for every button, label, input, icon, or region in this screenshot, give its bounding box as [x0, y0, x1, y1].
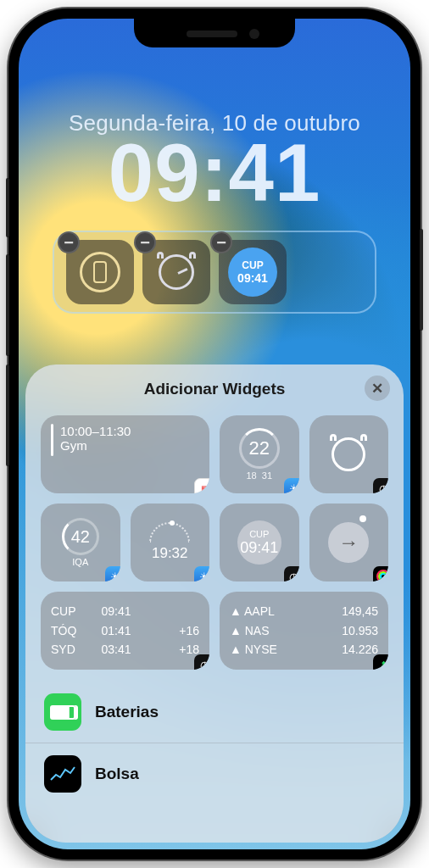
sunset-time: 19:32 — [152, 545, 188, 562]
remove-widget-button[interactable]: − — [210, 231, 232, 253]
lockscreen-widget-worldclock[interactable]: − CUP 09:41 — [219, 240, 287, 304]
battery-icon — [44, 693, 81, 731]
close-sheet-button[interactable]: ✕ — [365, 376, 390, 401]
wclock-city: CUP — [249, 529, 269, 539]
lockscreen-widget-findmy[interactable]: − — [66, 240, 134, 304]
wclock-time: 09:41 — [240, 539, 278, 557]
notch — [134, 19, 295, 47]
phone-frame: Segunda-feira, 10 de outubro 09:41 − − −… — [8, 8, 421, 860]
arrow-icon: → — [328, 522, 369, 563]
aqi-value: 42 — [71, 527, 90, 547]
aqi-label: IQA — [72, 557, 88, 567]
widget-calendar-event[interactable]: 10:00–11:30 Gym ▦ — [41, 415, 209, 493]
app-label: Bolsa — [95, 765, 139, 783]
clock-icon: ◷ — [373, 478, 388, 493]
lockscreen-widget-alarm[interactable]: − — [142, 240, 210, 304]
worldclock-time: 09:41 — [237, 271, 268, 285]
widget-air-quality[interactable]: 42 IQA ☀ — [41, 504, 120, 581]
widget-app-list: Baterias Bolsa — [25, 678, 404, 804]
widget-fitness[interactable]: → — [309, 504, 389, 581]
clock-icon: ◷ — [284, 566, 299, 581]
widget-worldclock-small[interactable]: CUP 09:41 ◷ — [220, 504, 299, 581]
clock-icon: ◷ — [194, 654, 209, 670]
calendar-icon: ▦ — [194, 478, 209, 493]
add-widgets-sheet: Adicionar Widgets ✕ 10:00–11:30 Gym ▦ 2 — [25, 364, 404, 843]
stocks-app-icon — [44, 755, 81, 793]
widget-worldclock-list[interactable]: CUP 09:41 TÓQ 01:41 +16 SYD 03:41 +18 — [41, 592, 209, 670]
weather-icon: ☀ — [194, 566, 209, 581]
lockscreen-time: 09:41 — [19, 131, 410, 216]
lockscreen-widget-strip[interactable]: − − − CUP 09:41 — [53, 231, 376, 314]
remove-widget-button[interactable]: − — [134, 231, 156, 253]
event-time: 10:00–11:30 — [60, 424, 131, 438]
sheet-title: Adicionar Widgets ✕ — [25, 364, 404, 410]
widget-sunset[interactable]: 19:32 ☀ — [131, 504, 210, 581]
weather-icon: ☀ — [284, 478, 299, 493]
app-row-stocks[interactable]: Bolsa — [25, 743, 404, 804]
fitness-icon — [373, 566, 388, 581]
app-row-batteries[interactable]: Baterias — [25, 682, 404, 743]
remove-widget-button[interactable]: − — [58, 231, 80, 253]
weather-icon: ☀ — [105, 566, 120, 581]
app-label: Baterias — [95, 703, 159, 721]
screen: Segunda-feira, 10 de outubro 09:41 − − −… — [19, 19, 410, 849]
widget-stock-list[interactable]: ▲ AAPL 149,45 ▲ NAS 10.953 ▲ NYSE 14.226… — [220, 592, 388, 670]
widget-suggestion-grid: 10:00–11:30 Gym ▦ 22 18 31 ☀ ◷ 42 — [25, 410, 404, 678]
widget-alarm[interactable]: ◷ — [309, 415, 389, 493]
event-title: Gym — [60, 438, 131, 453]
widget-weather-temp[interactable]: 22 18 31 ☀ — [220, 415, 299, 493]
worldclock-city: CUP — [242, 259, 263, 271]
stocks-icon: ⬍ — [373, 654, 388, 670]
temp-value: 22 — [249, 437, 270, 459]
